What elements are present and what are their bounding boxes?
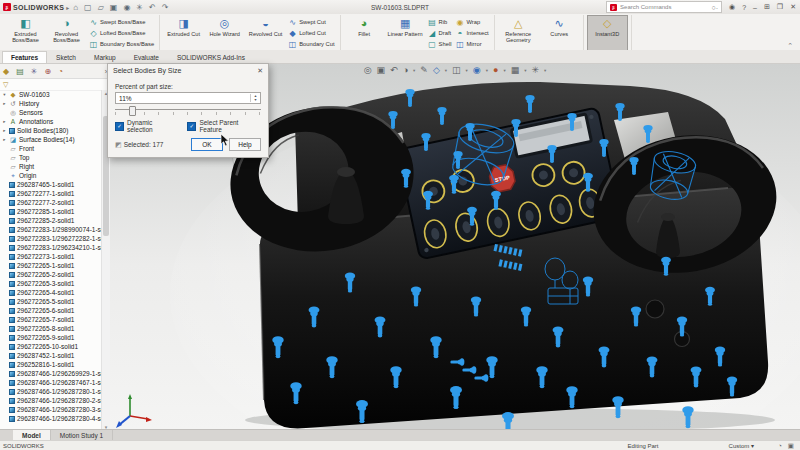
tree-node-sensors[interactable]: ◎Sensors	[0, 108, 102, 117]
tree-solid-body-item[interactable]: 296287452-1-solid1	[0, 351, 102, 360]
ribbon-button-lofted-cut[interactable]: ◆Lofted Cut	[288, 29, 334, 38]
search-commands-box[interactable]: ʂ Search Commands ○˴	[606, 1, 722, 13]
tree-solid-body-item[interactable]: 296287466-1/296287467-1-solid1	[0, 378, 102, 387]
expand-arrow-icon[interactable]: ▸	[2, 101, 7, 106]
tree-solid-body-item[interactable]: 296272265-6-solid1	[0, 306, 102, 315]
tree-node-origin[interactable]: ⌖Origin	[0, 171, 102, 180]
menu-expand-arrow-icon[interactable]: ▸	[66, 4, 69, 11]
tree-solid-body-item[interactable]: 296287465-1-solid1	[0, 180, 102, 189]
dropdown-caret-icon[interactable]: ▾	[445, 68, 447, 73]
ok-button[interactable]: OK	[191, 138, 223, 151]
tree-solid-body-item[interactable]: 296287466-1/296287280-1-solid1	[0, 387, 102, 396]
tab-markup[interactable]: Markup	[85, 51, 125, 63]
expand-arrow-icon[interactable]: ▸	[2, 128, 7, 133]
window-layout-icon[interactable]: ⊞	[764, 3, 770, 11]
tree-solid-body-item[interactable]: 296272265-7-solid1	[0, 315, 102, 324]
tree-solid-body-item[interactable]: 296272265-10-solid1	[0, 342, 102, 351]
zoom-to-area-icon[interactable]: ▣	[377, 65, 386, 75]
hide-show-items-icon[interactable]: ◉	[473, 65, 481, 75]
tag-icon[interactable]: ◔	[778, 442, 782, 449]
view-settings-icon[interactable]: ✳	[531, 65, 539, 75]
dropdown-caret-icon[interactable]: ▾	[413, 68, 415, 73]
dropdown-caret-icon[interactable]: ▾	[466, 68, 468, 73]
open-icon[interactable]: ▱	[98, 3, 104, 12]
tree-solid-body-item[interactable]: 296272265-9-solid1	[0, 333, 102, 342]
ribbon-button-boundary-cut[interactable]: ◫Boundary Cut	[288, 40, 334, 49]
slider-thumb[interactable]	[129, 106, 136, 116]
dropdown-caret-icon[interactable]: ▾	[486, 68, 488, 73]
home-icon[interactable]: ⌂	[73, 3, 78, 12]
spin-down-icon[interactable]: ▼	[254, 98, 257, 102]
tree-solid-body-item[interactable]: 296272283-1/296272282-1-solid1	[0, 234, 102, 243]
apply-scene-icon[interactable]: ▦	[511, 65, 520, 75]
slider-track[interactable]	[115, 109, 261, 110]
tree-solid-body-item[interactable]: 296272277-2-solid1	[0, 198, 102, 207]
ribbon-button-extruded-boss-base[interactable]: ◧Extruded Boss/Base	[5, 15, 46, 51]
ribbon-button-reference-geometry[interactable]: △Reference Geometry	[498, 15, 539, 51]
tree-root-expand-icon[interactable]: ▾	[2, 92, 7, 97]
filter-icon[interactable]: ▽	[3, 81, 8, 89]
tree-solid-body-item[interactable]: 296272285-1-solid1	[0, 207, 102, 216]
tree-node-top[interactable]: ▱Top	[0, 153, 102, 162]
tree-solid-body-item[interactable]: 296272285-2-solid1	[0, 216, 102, 225]
dropdown-caret-icon[interactable]: ▾	[544, 68, 546, 73]
tree-node-front[interactable]: ▱Front	[0, 144, 102, 153]
ribbon-button-revolved-cut[interactable]: ◒Revolved Cut	[245, 15, 286, 51]
ribbon-button-fillet[interactable]: ◕Fillet	[344, 15, 385, 51]
undo-icon[interactable]: ↶	[149, 3, 156, 12]
dropdown-caret-icon[interactable]: ▾	[503, 68, 505, 73]
ribbon-button-wrap[interactable]: ◉Wrap	[455, 18, 488, 27]
ribbon-button-extruded-cut[interactable]: ◨Extruded Cut	[163, 15, 204, 51]
ribbon-button-boundary-boss-base[interactable]: ◫Boundary Boss/Base	[89, 40, 154, 49]
dialog-close-icon[interactable]: ✕	[257, 67, 263, 75]
ribbon-button-linear-pattern[interactable]: ▦Linear Pattern	[385, 15, 426, 51]
tree-root[interactable]: ▾ ◆ SW-01603	[0, 90, 102, 99]
ribbon-button-intersect[interactable]: ◓Intersect	[455, 29, 488, 38]
tab-solidworks-add-ins[interactable]: SOLIDWORKS Add-Ins	[168, 51, 254, 63]
tree-node-right[interactable]: ▱Right	[0, 162, 102, 171]
close-button[interactable]: ✕	[790, 3, 796, 11]
help-button[interactable]: Help	[229, 138, 261, 151]
expand-arrow-icon[interactable]: ▸	[2, 137, 7, 142]
ribbon-button-instant3d[interactable]: ◇Instant3D	[587, 15, 628, 51]
tree-node-solid-bodies-180[interactable]: ▸Solid Bodies(180)	[0, 126, 102, 135]
tree-node-history[interactable]: ▸↺History	[0, 99, 102, 108]
tree-solid-body-item[interactable]: 296287466-1/296287280-4-solid1	[0, 414, 102, 423]
help-icon[interactable]: ?	[742, 4, 746, 11]
tab-evaluate[interactable]: Evaluate	[125, 51, 168, 63]
tree-solid-body-item[interactable]: 296272265-4-solid1	[0, 288, 102, 297]
redo-icon[interactable]: ↷	[162, 3, 169, 12]
tree-solid-body-item[interactable]: 296287466-1/296287280-2-solid1	[0, 396, 102, 405]
spinner-buttons[interactable]: ▲▼	[250, 94, 260, 102]
section-view-icon[interactable]: ◑	[403, 65, 408, 75]
dropdown-caret-icon[interactable]: ▾	[524, 68, 526, 73]
tree-solid-body-item[interactable]: 296252816-1-solid1	[0, 360, 102, 369]
tree-solid-body-item[interactable]: 296272283-1/298990074-1-solid1	[0, 225, 102, 234]
tab-features[interactable]: Features	[2, 51, 47, 63]
configuration-manager-tab[interactable]: ✳	[31, 67, 38, 76]
ribbon-button-curves[interactable]: ∿Curves	[539, 15, 580, 51]
display-style-icon[interactable]: ◫	[452, 65, 461, 75]
units-selector[interactable]: Custom ▾	[729, 442, 754, 449]
ribbon-button-draft[interactable]: ◢Draft	[428, 29, 452, 38]
ribbon-button-hole-wizard[interactable]: ◎Hole Wizard	[204, 15, 245, 51]
ribbon-button-mirror[interactable]: ◫Mirror	[455, 40, 488, 49]
ribbon-button-swept-boss-base[interactable]: ∿Swept Boss/Base	[89, 18, 154, 27]
new-document-icon[interactable]: ▢	[84, 3, 92, 12]
ribbon-button-rib[interactable]: ▤Rib	[428, 18, 452, 27]
user-account-icon[interactable]: ◉	[729, 3, 735, 11]
view-orientation-icon[interactable]: ◇	[433, 65, 440, 75]
search-icon[interactable]: ○˴	[711, 4, 718, 11]
ribbon-button-shell[interactable]: ▢Shell	[428, 40, 452, 49]
tree-solid-body-item[interactable]: 296272265-5-solid1	[0, 297, 102, 306]
percent-value[interactable]: 11%	[116, 95, 250, 102]
tab-sketch[interactable]: Sketch	[47, 51, 85, 63]
dimxpert-manager-tab[interactable]: ⊕	[44, 67, 51, 76]
ribbon-button-lofted-boss-base[interactable]: ◇Lofted Boss/Base	[89, 29, 154, 38]
tree-solid-body-item[interactable]: 296272277-1-solid1	[0, 189, 102, 198]
expand-arrow-icon[interactable]: ▸	[2, 119, 7, 124]
percent-slider[interactable]	[115, 106, 261, 116]
tree-solid-body-item[interactable]: 296272265-2-solid1	[0, 270, 102, 279]
tree-node-annotations[interactable]: ▸AAnnotations	[0, 117, 102, 126]
dynamic-selection-checkbox[interactable]: ✓	[115, 122, 124, 131]
